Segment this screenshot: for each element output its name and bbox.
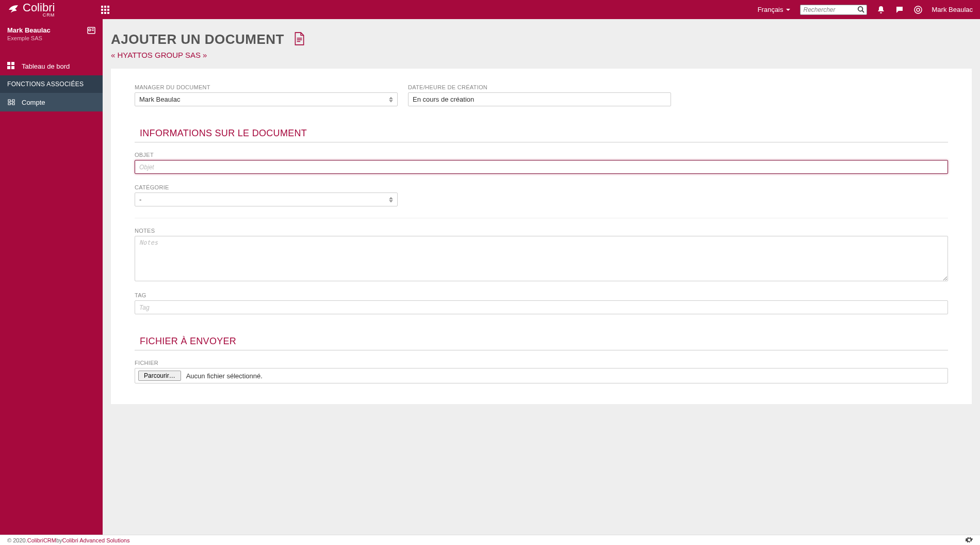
svg-rect-2	[107, 6, 109, 8]
apps-grid-icon	[101, 6, 109, 14]
svg-rect-6	[101, 12, 103, 14]
svg-point-11	[914, 6, 922, 13]
language-selector[interactable]: Français	[758, 6, 791, 13]
svg-point-9	[858, 6, 862, 11]
svg-rect-4	[104, 9, 106, 11]
topbar-username[interactable]: Mark Beaulac	[932, 6, 973, 13]
topbar: Colibri CRM Français Mark Beaulac	[0, 0, 980, 19]
bell-icon	[877, 6, 885, 14]
svg-rect-1	[104, 6, 106, 8]
chevron-down-icon	[786, 7, 791, 12]
svg-line-10	[862, 10, 864, 12]
messages-button[interactable]	[895, 5, 904, 14]
brand-name: Colibri	[23, 2, 55, 13]
lifebuoy-icon	[914, 6, 922, 14]
search-icon[interactable]	[857, 6, 865, 14]
bird-icon	[7, 4, 20, 16]
brand-logo[interactable]: Colibri CRM	[7, 2, 95, 18]
svg-rect-7	[104, 12, 106, 14]
chat-icon	[895, 6, 904, 14]
apps-menu-button[interactable]	[99, 4, 111, 16]
topbar-right: Français Mark Beaulac	[758, 5, 973, 15]
search-box	[800, 5, 867, 15]
svg-rect-5	[107, 9, 109, 11]
help-button[interactable]	[913, 5, 923, 14]
language-label: Français	[758, 6, 783, 13]
svg-rect-0	[101, 6, 103, 8]
svg-rect-3	[101, 9, 103, 11]
svg-point-12	[917, 8, 920, 11]
notifications-button[interactable]	[876, 5, 886, 14]
svg-rect-8	[107, 12, 109, 14]
